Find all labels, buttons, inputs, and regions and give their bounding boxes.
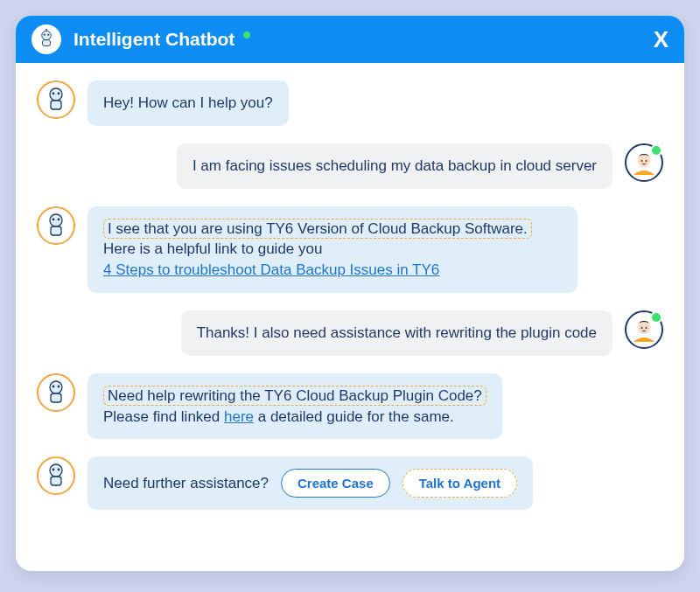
chat-window: Intelligent Chatbot X Hey! How can I hel…: [16, 16, 684, 571]
svg-point-1: [44, 34, 46, 36]
person-avatar-icon: [630, 316, 658, 344]
robot-head-icon: [42, 379, 70, 407]
svg-point-24: [58, 385, 60, 387]
svg-rect-3: [43, 40, 51, 46]
create-case-button[interactable]: Create Case: [281, 469, 390, 498]
bot-message-bubble: Need further assistance? Create Case Tal…: [88, 456, 533, 510]
robot-head-icon: [42, 86, 70, 114]
svg-point-16: [58, 218, 60, 220]
user-avatar: [625, 310, 663, 349]
robot-head-icon: [42, 212, 70, 240]
robot-head-icon: [36, 29, 57, 50]
user-message-bubble: Thanks! I also need assistance with rewr…: [181, 310, 612, 356]
message-text: I am facing issues scheduling my data ba…: [192, 157, 597, 174]
svg-point-26: [50, 464, 62, 477]
message-text-prefix: Please find linked: [103, 408, 224, 425]
chat-body: Hey! How can I help you? I am facing iss…: [16, 63, 684, 571]
svg-point-28: [58, 469, 60, 471]
person-avatar-icon: [630, 149, 658, 177]
svg-point-11: [638, 155, 650, 167]
close-button[interactable]: X: [654, 28, 668, 51]
user-avatar: [625, 143, 663, 182]
bot-message-bubble: Hey! How can I help you?: [88, 80, 289, 126]
svg-point-19: [638, 322, 650, 334]
header-bot-avatar: [32, 24, 61, 54]
message-row: Hey! How can I help you?: [37, 80, 663, 126]
svg-point-20: [641, 327, 643, 329]
message-row: Thanks! I also need assistance with rewr…: [37, 310, 663, 356]
talk-to-agent-button[interactable]: Talk to Agent: [402, 469, 517, 498]
assistance-row: Need further assistance? Create Case Tal…: [37, 456, 663, 510]
inline-guide-link[interactable]: here: [224, 408, 254, 425]
assistance-prompt: Need further assistance?: [103, 473, 269, 494]
highlighted-text: I see that you are using TY6 Version of …: [103, 219, 532, 239]
message-row: I am facing issues scheduling my data ba…: [37, 143, 663, 189]
svg-point-0: [42, 31, 52, 40]
bot-message-bubble: I see that you are using TY6 Version of …: [88, 206, 578, 293]
chat-header: Intelligent Chatbot X: [16, 16, 684, 63]
svg-point-27: [52, 469, 55, 471]
svg-rect-29: [51, 477, 61, 485]
bot-avatar: [37, 456, 75, 495]
svg-rect-17: [51, 226, 61, 235]
svg-point-14: [50, 214, 62, 226]
svg-point-13: [646, 160, 648, 162]
svg-point-21: [646, 327, 648, 329]
bot-message-bubble: Need help rewriting the TY6 Cloud Backup…: [88, 373, 502, 440]
svg-point-23: [52, 385, 55, 387]
chat-title-text: Intelligent Chatbot: [74, 29, 234, 50]
bot-avatar: [37, 373, 75, 412]
bot-avatar: [37, 80, 75, 119]
message-text-suffix: a detailed guide for the same.: [254, 408, 454, 425]
help-article-link[interactable]: 4 Steps to troubleshoot Data Backup Issu…: [103, 261, 439, 278]
svg-point-6: [50, 88, 62, 101]
bot-avatar: [37, 206, 75, 245]
svg-rect-9: [51, 101, 61, 109]
message-row: I see that you are using TY6 Version of …: [37, 206, 663, 293]
message-text: Hey! How can I help you?: [103, 94, 273, 111]
svg-point-7: [52, 93, 55, 95]
message-text: Here is a helpful link to guide you: [103, 240, 322, 257]
svg-point-8: [58, 93, 60, 95]
svg-point-5: [46, 29, 47, 30]
robot-head-icon: [42, 462, 70, 490]
status-online-dot: [243, 31, 250, 38]
highlighted-text: Need help rewriting the TY6 Cloud Backup…: [103, 386, 486, 406]
svg-point-22: [50, 381, 62, 394]
svg-rect-25: [51, 394, 61, 402]
svg-point-2: [47, 34, 49, 36]
message-text: Thanks! I also need assistance with rewr…: [197, 324, 597, 341]
chat-title: Intelligent Chatbot: [74, 29, 641, 50]
svg-point-12: [641, 160, 643, 162]
user-message-bubble: I am facing issues scheduling my data ba…: [177, 143, 612, 189]
message-row: Need help rewriting the TY6 Cloud Backup…: [37, 373, 663, 440]
svg-point-15: [52, 218, 55, 220]
